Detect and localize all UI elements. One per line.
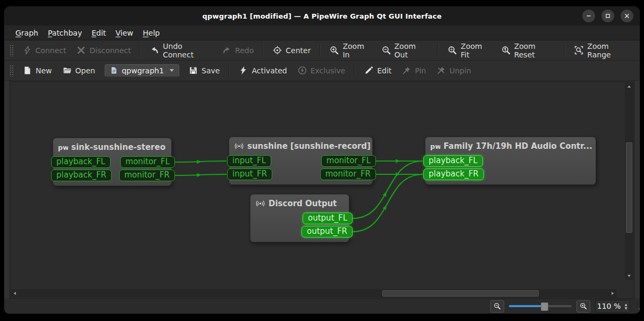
node-family-hd-audio[interactable]: pwFamily 17h/19h HD Audio Contr...playba… xyxy=(425,137,596,185)
toolbar-button-exclusive[interactable]: Exclusive xyxy=(292,63,350,78)
maximize-icon xyxy=(605,13,610,19)
vertical-scroll-track[interactable] xyxy=(625,91,633,272)
vertical-scrollbar[interactable] xyxy=(625,82,633,280)
toolbar-button-connect[interactable]: Connect xyxy=(18,43,72,57)
port-discord-output-output_FR[interactable]: output_FR xyxy=(302,226,353,238)
close-button[interactable] xyxy=(621,10,633,22)
node-title: sink-sunshine-stereo xyxy=(71,142,165,152)
zoom-in-icon xyxy=(330,46,339,55)
toolbar-button-zoom-out[interactable]: Zoom Out xyxy=(377,39,434,62)
port-sink-sunshine-stereo-monitor_FL[interactable]: monitor_FL xyxy=(120,156,175,168)
toolbar-button-unpin[interactable]: Unpin xyxy=(431,63,476,78)
zoom-out-button[interactable] xyxy=(490,300,504,312)
link-sink-sunshine-stereo.monitor_FR-to-sunshine.input_FR[interactable] xyxy=(175,174,227,175)
port-sink-sunshine-stereo-playback_FR[interactable]: playback_FR xyxy=(51,170,112,181)
port-family-hd-audio-playback_FL[interactable]: playback_FL xyxy=(423,155,483,167)
toolbar-button-activated[interactable]: Activated xyxy=(233,63,292,78)
toolbar-drag-handle[interactable] xyxy=(10,65,13,77)
unpin-icon xyxy=(437,66,446,75)
port-sunshine-input_FR[interactable]: input_FR xyxy=(227,168,272,180)
node-header[interactable]: pwsink-sunshine-stereo xyxy=(53,138,171,156)
titlebar[interactable]: qpwgraph1 [modified] — A PipeWire Graph … xyxy=(4,6,640,26)
toolbar-button-redo[interactable]: Redo xyxy=(217,43,259,57)
toolbar-button-open[interactable]: Open xyxy=(57,63,101,78)
svg-text:pw: pw xyxy=(430,142,440,150)
vertical-scroll-thumb[interactable] xyxy=(626,142,632,233)
node-ports: playback_FLplayback_FR xyxy=(425,155,596,184)
node-header[interactable]: Discord Output xyxy=(250,195,349,213)
zoom-out-icon xyxy=(382,46,391,55)
zoom-slider-handle[interactable] xyxy=(541,302,548,311)
outputs-column: monitor_FLmonitor_FR xyxy=(119,156,175,181)
toolbar-button-label: Zoom Fit xyxy=(461,42,490,59)
graph-canvas[interactable]: pwsink-sunshine-stereoplayback_FLplaybac… xyxy=(11,82,626,289)
scroll-down-button[interactable] xyxy=(625,272,633,280)
arrow-right-icon xyxy=(610,291,615,295)
spinbox-arrows[interactable]: ▲ ▼ xyxy=(622,303,630,310)
toolbar-button-new[interactable]: New xyxy=(18,63,57,78)
node-discord-output[interactable]: Discord Outputoutput_FLoutput_FR xyxy=(250,194,349,242)
toolbar-button-label: Exclusive xyxy=(311,66,345,75)
port-sink-sunshine-stereo-monitor_FR[interactable]: monitor_FR xyxy=(119,170,175,181)
menu-edit[interactable]: Edit xyxy=(87,27,111,39)
zoom-in-button[interactable] xyxy=(576,300,590,312)
zoom-slider[interactable] xyxy=(509,302,572,310)
app-window: qpwgraph1 [modified] — A PipeWire Graph … xyxy=(4,6,640,314)
spin-down-icon[interactable]: ▼ xyxy=(625,307,628,310)
node-sink-sunshine-stereo[interactable]: pwsink-sunshine-stereoplayback_FLplaybac… xyxy=(53,138,172,186)
maximize-button[interactable] xyxy=(601,10,614,22)
menu-view[interactable]: View xyxy=(111,27,138,39)
toolbar-separator xyxy=(320,45,321,56)
node-header[interactable]: pwFamily 17h/19h HD Audio Contr... xyxy=(425,137,596,155)
port-family-hd-audio-playback_FR[interactable]: playback_FR xyxy=(423,168,484,180)
arrow-left-icon xyxy=(13,291,17,295)
combobox-value: qpwgraph1 xyxy=(122,66,164,75)
toolbar-button-edit[interactable]: Edit xyxy=(359,63,397,78)
toolbar-button-zoom-fit[interactable]: Zoom Fit xyxy=(442,39,496,62)
toolbar-button-undo-connect[interactable]: Undo Connect xyxy=(145,39,217,62)
zoom-slider-fill xyxy=(509,305,544,307)
patchbay-file-icon xyxy=(110,66,118,74)
zoom-percent-spinbox[interactable]: 110 % ▲ ▼ xyxy=(595,300,630,312)
port-sunshine-input_FL[interactable]: input_FL xyxy=(227,155,271,167)
toolbar-button-zoom-in[interactable]: Zoom In xyxy=(324,39,376,62)
port-sunshine-monitor_FR[interactable]: monitor_FR xyxy=(320,168,376,180)
toolbar-separator xyxy=(354,65,355,77)
toolbar-separator xyxy=(229,65,230,77)
menu-patchbay[interactable]: Patchbay xyxy=(43,27,87,39)
toolbar-button-pin[interactable]: Pin xyxy=(397,63,431,78)
port-discord-output-output_FL[interactable]: output_FL xyxy=(303,213,353,224)
menu-help[interactable]: Help xyxy=(138,27,165,39)
pipewire-icon: pw xyxy=(430,142,440,150)
toolbar-button-disconnect[interactable]: Disconnect xyxy=(71,43,136,57)
new-icon xyxy=(23,66,32,75)
scroll-left-button[interactable] xyxy=(11,289,19,298)
toolbar-button-label: Unpin xyxy=(449,66,471,75)
port-sunshine-monitor_FL[interactable]: monitor_FL xyxy=(321,155,376,167)
horizontal-scroll-thumb[interactable] xyxy=(382,290,539,297)
profile-selector-combobox[interactable]: qpwgraph1 xyxy=(105,64,179,77)
toolbar-drag-handle[interactable] xyxy=(10,45,13,56)
node-sunshine[interactable]: sunshine [sunshine-record]input_FLinput_… xyxy=(229,137,373,185)
horizontal-scroll-track[interactable] xyxy=(19,289,608,298)
menu-graph[interactable]: Graph xyxy=(11,27,43,39)
minimize-button[interactable] xyxy=(582,10,595,22)
toolbar-button-label: Save xyxy=(202,66,220,75)
toolbar-button-zoom-range[interactable]: Zoom Range xyxy=(569,39,637,62)
horizontal-scrollbar[interactable] xyxy=(11,289,617,298)
scroll-right-button[interactable] xyxy=(608,289,617,298)
link-sink-sunshine-stereo.monitor_FL-to-sunshine.input_FL[interactable] xyxy=(175,161,227,162)
toolbar-button-zoom-reset[interactable]: Zoom Reset xyxy=(496,39,561,62)
chevron-down-icon xyxy=(170,69,174,72)
toolbar-button-label: Pin xyxy=(415,66,426,75)
spin-up-icon[interactable]: ▲ xyxy=(625,303,628,306)
zoom-fit-icon xyxy=(448,46,457,55)
toolbar-button-center[interactable]: Center xyxy=(267,43,316,57)
node-ports: input_FLinput_FRmonitor_FLmonitor_FR xyxy=(229,155,372,184)
scroll-up-button[interactable] xyxy=(625,82,633,91)
node-header[interactable]: sunshine [sunshine-record] xyxy=(229,137,372,155)
toolbar-button-save[interactable]: Save xyxy=(183,63,225,78)
port-sink-sunshine-stereo-playback_FL[interactable]: playback_FL xyxy=(51,156,111,168)
resize-grip[interactable] xyxy=(637,310,638,311)
redo-icon xyxy=(222,46,231,55)
